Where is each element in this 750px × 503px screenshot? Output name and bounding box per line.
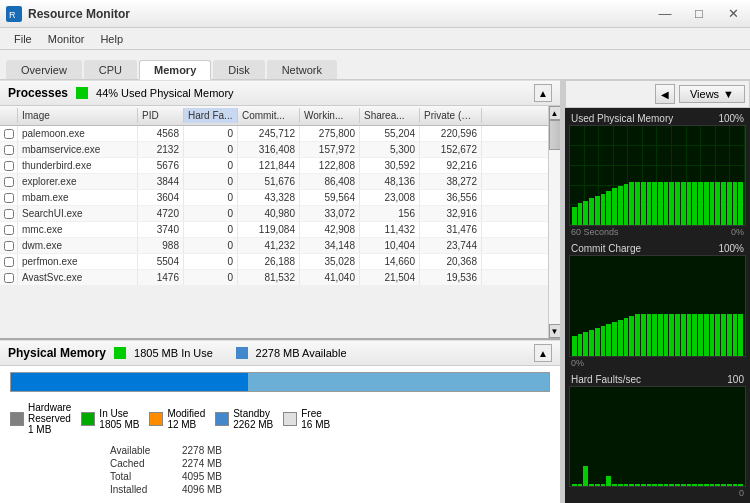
chart-bar-segment: [687, 314, 692, 356]
views-label: Views: [690, 88, 719, 100]
row-checkbox[interactable]: [4, 257, 14, 267]
chart-bar-segment: [687, 182, 692, 226]
row-check[interactable]: [0, 174, 18, 189]
chart-bar-segment: [652, 182, 657, 226]
col-check[interactable]: [0, 108, 18, 123]
tab-overview[interactable]: Overview: [6, 60, 82, 79]
row-checkbox[interactable]: [4, 241, 14, 251]
row-check[interactable]: [0, 270, 18, 285]
chart-bar-segment: [715, 182, 720, 226]
chart-bar-segment: [664, 314, 669, 356]
row-check[interactable]: [0, 158, 18, 173]
chart-physical-bars: [570, 126, 745, 225]
table-row[interactable]: palemoon.exe 4568 0 245,712 275,800 55,2…: [0, 126, 548, 142]
col-pid[interactable]: PID: [138, 108, 184, 123]
stat-total-label: Total: [110, 471, 180, 482]
row-shareable: 23,008: [360, 190, 420, 205]
scroll-up[interactable]: ▲: [549, 106, 561, 120]
tab-disk[interactable]: Disk: [213, 60, 264, 79]
row-private: 92,216: [420, 158, 482, 173]
col-image[interactable]: Image: [18, 108, 138, 123]
row-checkbox[interactable]: [4, 161, 14, 171]
chart-bar-segment: [647, 182, 652, 226]
chart-bar-segment: [704, 484, 709, 486]
menu-help[interactable]: Help: [92, 31, 131, 47]
chart-bar-segment: [629, 316, 634, 356]
row-check[interactable]: [0, 222, 18, 237]
row-hard: 0: [184, 126, 238, 141]
row-hard: 0: [184, 206, 238, 221]
nav-prev-button[interactable]: ◀: [655, 84, 675, 104]
chart-bar-segment: [618, 484, 623, 486]
row-shareable: 11,432: [360, 222, 420, 237]
bar-used: [11, 373, 248, 391]
scroll-thumb[interactable]: [549, 120, 561, 150]
menu-file[interactable]: File: [6, 31, 40, 47]
row-check[interactable]: [0, 190, 18, 205]
col-shareable[interactable]: Sharea...: [360, 108, 420, 123]
row-checkbox[interactable]: [4, 177, 14, 187]
stat-available-label: Available: [110, 445, 180, 456]
tab-cpu[interactable]: CPU: [84, 60, 137, 79]
maximize-button[interactable]: □: [682, 0, 716, 28]
chart-faults-zero: 0: [739, 488, 744, 498]
physical-memory-legend: HardwareReserved1 MB In Use1805 MB Modif…: [0, 396, 560, 441]
scroll-down[interactable]: ▼: [549, 324, 561, 338]
chart-bar-segment: [641, 314, 646, 356]
row-working: 35,028: [300, 254, 360, 269]
chart-bar-segment: [652, 484, 657, 486]
tab-memory[interactable]: Memory: [139, 60, 211, 80]
views-button[interactable]: Views ▼: [679, 85, 745, 103]
row-check[interactable]: [0, 206, 18, 221]
minimize-button[interactable]: —: [648, 0, 682, 28]
table-row[interactable]: mbamservice.exe 2132 0 316,408 157,972 5…: [0, 142, 548, 158]
row-image: perfmon.exe: [18, 254, 138, 269]
row-hard: 0: [184, 142, 238, 157]
row-check[interactable]: [0, 126, 18, 141]
chart-bar-segment: [692, 182, 697, 226]
row-working: 275,800: [300, 126, 360, 141]
table-row[interactable]: SearchUI.exe 4720 0 40,980 33,072 156 32…: [0, 206, 548, 222]
titlebar: R Resource Monitor — □ ✕: [0, 0, 750, 28]
row-check[interactable]: [0, 142, 18, 157]
scroll-track[interactable]: [549, 120, 561, 324]
chart-bar-segment: [698, 314, 703, 356]
tabbar: Overview CPU Memory Disk Network: [0, 50, 750, 80]
table-row[interactable]: thunderbird.exe 5676 0 121,844 122,808 3…: [0, 158, 548, 174]
table-row[interactable]: mmc.exe 3740 0 119,084 42,908 11,432 31,…: [0, 222, 548, 238]
processes-collapse[interactable]: ▲: [534, 84, 552, 102]
row-working: 157,972: [300, 142, 360, 157]
col-hardfault[interactable]: Hard Fa...: [184, 108, 238, 123]
charts-area: Used Physical Memory 100% 60 Seconds 0%: [565, 108, 750, 503]
table-row[interactable]: perfmon.exe 5504 0 26,188 35,028 14,660 …: [0, 254, 548, 270]
row-check[interactable]: [0, 238, 18, 253]
table-row[interactable]: explorer.exe 3844 0 51,676 86,408 48,136…: [0, 174, 548, 190]
chart-bar-segment: [606, 324, 611, 356]
menu-monitor[interactable]: Monitor: [40, 31, 93, 47]
row-checkbox[interactable]: [4, 145, 14, 155]
row-checkbox[interactable]: [4, 273, 14, 283]
row-checkbox[interactable]: [4, 129, 14, 139]
physical-memory-collapse[interactable]: ▲: [534, 344, 552, 362]
main-content: Processes 44% Used Physical Memory ▲ Ima…: [0, 80, 750, 503]
col-private[interactable]: Private (…: [420, 108, 482, 123]
chart-faults-max: 100: [727, 374, 744, 385]
app-title: Resource Monitor: [28, 7, 130, 21]
chart-bar-segment: [578, 484, 583, 486]
table-row[interactable]: mbam.exe 3604 0 43,328 59,564 23,008 36,…: [0, 190, 548, 206]
tab-network[interactable]: Network: [267, 60, 337, 79]
process-scrollbar[interactable]: ▲ ▼: [548, 106, 560, 338]
table-row[interactable]: AvastSvc.exe 1476 0 81,532 41,040 21,504…: [0, 270, 548, 286]
row-checkbox[interactable]: [4, 193, 14, 203]
row-checkbox[interactable]: [4, 209, 14, 219]
chart-bar-segment: [635, 314, 640, 356]
col-working[interactable]: Workin...: [300, 108, 360, 123]
legend-free-box: [283, 412, 297, 426]
table-row[interactable]: dwm.exe 988 0 41,232 34,148 10,404 23,74…: [0, 238, 548, 254]
chart-bar-segment: [629, 484, 634, 486]
row-checkbox[interactable]: [4, 225, 14, 235]
close-button[interactable]: ✕: [716, 0, 750, 28]
col-commit[interactable]: Commit...: [238, 108, 300, 123]
row-check[interactable]: [0, 254, 18, 269]
chart-bar-segment: [727, 484, 732, 486]
